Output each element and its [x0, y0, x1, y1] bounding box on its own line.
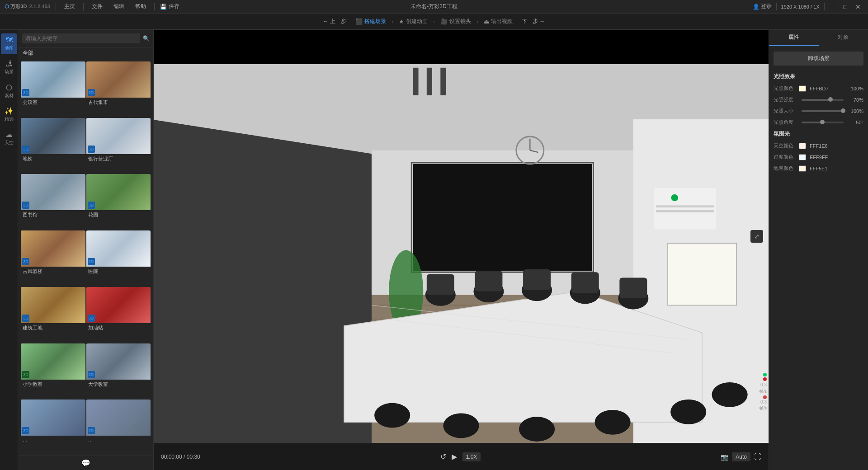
list-item[interactable]: 3D 银行营业厅: [86, 118, 151, 174]
sidebar-map-label: 地图: [5, 45, 14, 52]
left-area: 🗺 地图 🏞 场景 ⬡ 素材 ✨ 精选 ☁ 天空: [0, 30, 154, 470]
scene-name: 古代集市: [86, 98, 151, 108]
sidebar-item-sky[interactable]: ☁ 天空: [1, 127, 17, 148]
tab-objects[interactable]: 对象: [819, 30, 868, 46]
list-item[interactable]: 3D …: [86, 400, 151, 454]
light-angle-slider[interactable]: [802, 122, 844, 123]
speed-selector[interactable]: 1.0X: [462, 452, 481, 461]
next-step-button[interactable]: 下一步 →: [516, 18, 550, 25]
unload-scene-button[interactable]: 卸载场景: [774, 52, 863, 66]
light-color-swatch[interactable]: [799, 85, 806, 92]
restart-button[interactable]: ↺: [440, 452, 446, 461]
svg-point-43: [670, 400, 706, 424]
divider4: [776, 3, 777, 10]
viewport: ⤢ 0.3 帧/s 0.3 帧/s: [154, 30, 769, 470]
sidebar-item-material[interactable]: ⬡ 素材: [1, 80, 17, 101]
auto-selector[interactable]: Auto: [732, 452, 750, 461]
fps2-value: 0.3: [760, 399, 767, 405]
scene-name: 小学教室: [21, 380, 85, 390]
svg-rect-48: [571, 272, 599, 293]
expand-viewport-button[interactable]: ⤢: [750, 230, 763, 243]
scene-badge: 3D: [88, 371, 95, 378]
tab-properties[interactable]: 属性: [769, 30, 819, 46]
light-intensity-value: 70%: [846, 97, 863, 103]
scene-name: 古风酒楼: [21, 267, 85, 277]
nav-home[interactable]: 主页: [61, 3, 78, 10]
scene-name: 地铁: [21, 154, 85, 165]
list-item[interactable]: 3D 古风酒楼: [21, 230, 85, 286]
sky-color-swatch[interactable]: [799, 143, 806, 149]
svg-rect-47: [523, 269, 551, 290]
svg-rect-23: [440, 68, 446, 95]
viewport-canvas[interactable]: ⤢ 0.3 帧/s 0.3 帧/s: [154, 30, 769, 443]
fps-indicator: 0.3 帧/s 0.3 帧/s: [760, 373, 767, 411]
list-item[interactable]: 3D 会议室: [21, 61, 85, 117]
list-item[interactable]: 3D 古代集市: [86, 61, 151, 117]
mid-color-swatch[interactable]: [799, 154, 806, 160]
scene-badge: 3D: [88, 89, 95, 96]
sidebar-material-label: 素材: [5, 93, 14, 99]
light-size-slider[interactable]: [802, 110, 844, 112]
scene-thumbnail: 3D: [86, 230, 151, 267]
list-item[interactable]: 3D 图书馆: [21, 174, 85, 230]
login-button[interactable]: 👤 登录: [753, 3, 772, 10]
list-item[interactable]: 3D 地铁: [21, 118, 85, 174]
viewport-right-controls: 📷 Auto ⛶: [721, 452, 761, 461]
scene-badge: 3D: [22, 202, 29, 209]
app-name: 万彩3D: [10, 4, 27, 9]
mid-color-row: 过度颜色 EFF9FF: [774, 154, 863, 160]
workflow-step-3[interactable]: 🎥 设置镜头: [437, 18, 475, 25]
sidebar-item-scene[interactable]: 🏞 场景: [1, 57, 17, 78]
workflow-step-4[interactable]: ⏏ 输出视频: [480, 18, 516, 25]
screenshot-button[interactable]: 📷: [721, 453, 728, 461]
close-button[interactable]: ✕: [854, 3, 863, 10]
status-dot-green: [763, 373, 767, 376]
light-intensity-slider[interactable]: [802, 99, 844, 101]
maximize-button[interactable]: □: [842, 3, 849, 10]
list-item[interactable]: 3D 花园: [86, 174, 151, 230]
search-input[interactable]: [22, 33, 140, 43]
list-item[interactable]: 3D 医院: [86, 230, 151, 286]
list-item[interactable]: 3D 小学教室: [21, 343, 85, 399]
list-item[interactable]: 3D 加油站: [86, 287, 151, 343]
right-panel-tabs: 属性 对象: [769, 30, 868, 46]
scene-thumbnail: 3D: [21, 287, 85, 323]
scene-thumbnail: 3D: [86, 343, 151, 380]
scene-badge: 3D: [88, 146, 95, 153]
list-item[interactable]: 3D …: [21, 400, 85, 454]
list-item[interactable]: 3D 建筑工地: [21, 287, 85, 343]
ground-color-swatch[interactable]: [799, 165, 806, 172]
minimize-button[interactable]: ─: [829, 3, 837, 10]
export-video-icon: ⏏: [484, 18, 489, 25]
scene-thumbnail: 3D: [86, 174, 151, 210]
nav-help[interactable]: 帮助: [132, 3, 149, 10]
scene-name: 会议室: [21, 98, 85, 108]
sidebar-item-featured[interactable]: ✨ 精选: [1, 104, 17, 125]
step4-label: 输出视频: [491, 18, 513, 25]
step1-label: 搭建场景: [364, 18, 386, 25]
prev-step-button[interactable]: ← 上一步: [318, 18, 352, 25]
nav-edit[interactable]: 编辑: [111, 3, 127, 10]
arrow2: ›: [431, 19, 437, 25]
video-time: 00:00:00 / 00:30: [161, 454, 200, 460]
scene-name: 花园: [86, 210, 151, 221]
workflow-step-2[interactable]: ★ 创建动画: [395, 18, 431, 25]
nav-file[interactable]: 文件: [89, 3, 105, 10]
workflow-step-1[interactable]: ⬛ 搭建场景: [352, 18, 390, 25]
scene-name: 大学教室: [86, 380, 151, 390]
scene-thumbnail: 3D: [86, 287, 151, 323]
sidebar-item-map[interactable]: 🗺 地图: [1, 33, 17, 54]
scene-thumbnail: 3D: [21, 174, 85, 210]
scene-badge: 3D: [88, 427, 95, 434]
chat-icon[interactable]: 💬: [81, 459, 90, 467]
list-item[interactable]: 3D 大学教室: [86, 343, 151, 399]
play-button[interactable]: ▶: [452, 452, 457, 461]
search-icon[interactable]: 🔍: [143, 35, 150, 42]
scene-thumbnail: 3D: [21, 400, 85, 436]
light-color-label: 光照颜色: [774, 85, 799, 92]
scene-name: …: [86, 436, 151, 445]
svg-rect-49: [619, 277, 647, 298]
fullscreen-button[interactable]: ⛶: [754, 453, 761, 461]
svg-rect-0: [154, 30, 769, 64]
save-button[interactable]: 💾 保存: [160, 3, 179, 10]
